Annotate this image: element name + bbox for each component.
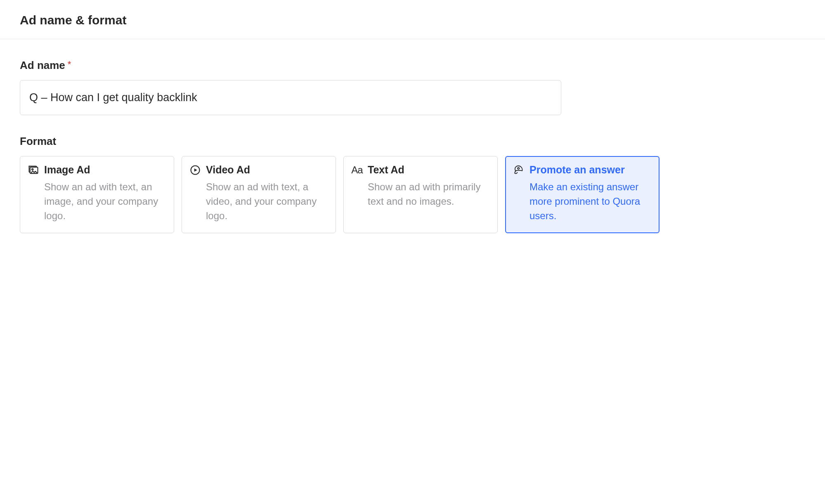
format-option-desc: Show an ad with text, an image, and your… xyxy=(28,180,166,223)
required-indicator: * xyxy=(68,59,71,69)
content: Ad name* Format Image Ad xyxy=(0,39,825,270)
format-option-title: Text Ad xyxy=(368,164,404,176)
text-icon: Aa xyxy=(351,164,363,176)
format-option-desc: Make an existing answer more prominent t… xyxy=(513,180,652,223)
format-option-desc: Show an ad with text, a video, and your … xyxy=(189,180,328,223)
format-label: Format xyxy=(20,135,56,148)
format-option-title: Promote an answer xyxy=(530,164,625,176)
ad-name-label: Ad name xyxy=(20,59,65,72)
format-option-video-ad[interactable]: Video Ad Show an ad with text, a video, … xyxy=(182,156,336,233)
format-option-image-ad[interactable]: Image Ad Show an ad with text, an image,… xyxy=(20,156,174,233)
ad-name-input[interactable] xyxy=(20,80,561,115)
image-icon xyxy=(28,164,39,176)
format-grid: Image Ad Show an ad with text, an image,… xyxy=(20,156,805,233)
section-header: Ad name & format xyxy=(0,0,825,39)
section-title: Ad name & format xyxy=(20,13,805,27)
rocket-icon xyxy=(513,164,525,176)
format-option-title: Video Ad xyxy=(206,164,250,176)
format-option-text-ad[interactable]: Aa Text Ad Show an ad with primarily tex… xyxy=(343,156,498,233)
format-option-desc: Show an ad with primarily text and no im… xyxy=(351,180,490,209)
play-icon xyxy=(189,164,201,176)
svg-point-1 xyxy=(32,168,33,170)
format-field: Format Image Ad Show an ad w xyxy=(20,135,805,233)
ad-name-field: Ad name* xyxy=(20,59,805,115)
svg-point-3 xyxy=(517,167,520,169)
format-option-promote-answer[interactable]: Promote an answer Make an existing answe… xyxy=(505,156,660,233)
format-option-title: Image Ad xyxy=(44,164,90,176)
